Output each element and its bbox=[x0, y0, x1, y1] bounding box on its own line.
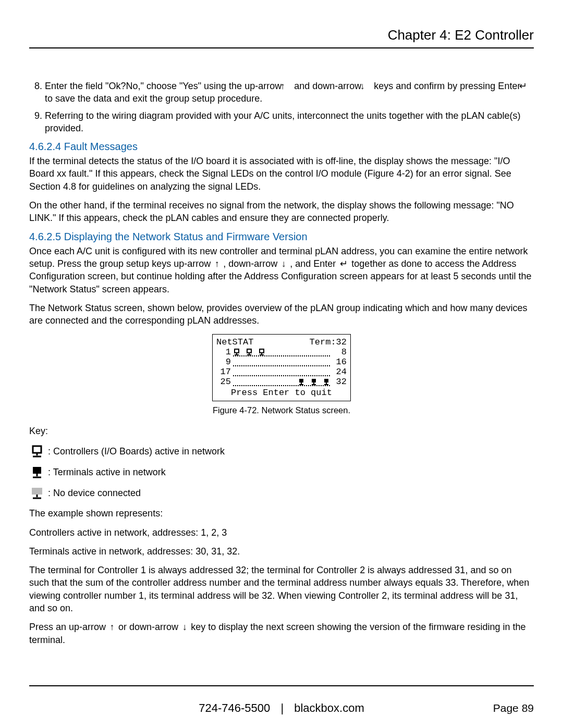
up-arrow-icon: ↑ bbox=[213, 257, 221, 270]
divider-bottom bbox=[29, 685, 534, 686]
press-a: Press an up-arrow bbox=[29, 622, 108, 632]
down-arrow-icon: ↓ bbox=[280, 257, 287, 270]
fig-row-mid bbox=[233, 377, 330, 387]
svg-rect-6 bbox=[260, 349, 264, 353]
fig-header-right: Term:32 bbox=[310, 337, 347, 348]
terminal-icon bbox=[323, 376, 330, 386]
fig-row-right: 16 bbox=[332, 357, 347, 367]
example-terminals: Terminals active in network, addresses: … bbox=[29, 545, 534, 558]
svg-rect-0 bbox=[235, 349, 239, 353]
divider-top bbox=[29, 47, 534, 48]
footer-phone: 724-746-5500 bbox=[199, 701, 270, 714]
figure-caption: Figure 4-72. Network Status screen. bbox=[29, 405, 534, 415]
press-arrow-paragraph: Press an up-arrow ↑ or down-arrow ↓ key … bbox=[29, 621, 534, 646]
network-paragraph-1: Once each A/C unit is configured with it… bbox=[29, 245, 534, 295]
step-8: 8. Enter the field "Ok?No," choose "Yes"… bbox=[29, 80, 534, 105]
key-terminals-label: : Terminals active in network bbox=[48, 467, 166, 478]
example-intro: The example shown represents: bbox=[29, 507, 534, 520]
heading-4-6-2-4: 4.6.2.4 Fault Messages bbox=[29, 141, 534, 153]
controller-icon bbox=[29, 445, 45, 458]
network-status-figure: NetSTAT Term:32 1 bbox=[212, 334, 351, 401]
step-9: 9. Referring to the wiring diagram provi… bbox=[29, 109, 534, 135]
fig-row-1: 1 8 bbox=[216, 347, 347, 357]
page-footer: 724-746-5500 | blackbox.com Page 89 bbox=[29, 701, 534, 715]
press-b: or down-arrow bbox=[118, 622, 181, 632]
fig-row-right: 8 bbox=[332, 347, 347, 357]
up-arrow-icon: ↑ bbox=[284, 80, 291, 92]
down-arrow-icon: ↓ bbox=[364, 80, 371, 92]
fig-row-mid bbox=[233, 357, 330, 367]
step-8-text-b: and down-arrow bbox=[294, 81, 364, 91]
key-label: Key: bbox=[29, 425, 534, 437]
key-controllers-label: : Controllers (I/O Boards) active in net… bbox=[48, 446, 225, 457]
terminal-address-paragraph: The terminal for Controller 1 is always … bbox=[29, 564, 534, 614]
svg-rect-18 bbox=[33, 446, 41, 453]
net1-c: , and Enter bbox=[290, 258, 338, 269]
fig-row-left: 25 bbox=[216, 377, 231, 387]
network-paragraph-2: The Network Status screen, shown below, … bbox=[29, 302, 534, 327]
step-8-text-c: keys and confirm by pressing Enter bbox=[374, 81, 523, 91]
svg-rect-21 bbox=[33, 467, 41, 474]
dotted-line-icon bbox=[233, 365, 330, 366]
terminal-icon bbox=[29, 465, 45, 479]
fig-footer: Press Enter to quit bbox=[216, 388, 347, 398]
key-no-device: : No device connected bbox=[29, 486, 534, 500]
fig-row-right: 24 bbox=[332, 367, 347, 377]
fig-row-left: 1 bbox=[216, 347, 231, 357]
net1-b: , down-arrow bbox=[223, 258, 280, 269]
fig-row-right: 32 bbox=[332, 377, 347, 387]
enter-icon: ↵ bbox=[338, 257, 349, 270]
fig-row-4: 25 32 bbox=[216, 377, 347, 387]
key-no-device-label: : No device connected bbox=[48, 488, 141, 499]
fig-row-left: 9 bbox=[216, 357, 231, 367]
svg-rect-3 bbox=[247, 349, 251, 353]
enter-icon: ↵ bbox=[523, 80, 533, 92]
chapter-title: Chapter 4: E2 Controller bbox=[29, 27, 534, 43]
fig-row-left: 17 bbox=[216, 367, 231, 377]
terminal-icon bbox=[298, 376, 305, 386]
key-controllers: : Controllers (I/O Boards) active in net… bbox=[29, 445, 534, 458]
footer-page-number: Page 89 bbox=[493, 702, 534, 714]
controller-icon bbox=[258, 346, 265, 356]
svg-rect-9 bbox=[299, 379, 303, 382]
down-arrow-icon: ↓ bbox=[181, 621, 188, 633]
heading-4-6-2-5: 4.6.2.5 Displaying the Network Status an… bbox=[29, 231, 534, 243]
svg-rect-15 bbox=[324, 379, 328, 382]
step-8-text-d: to save the data and exit the group setu… bbox=[45, 93, 262, 104]
fig-row-mid bbox=[233, 347, 330, 357]
controller-icon bbox=[246, 346, 253, 356]
footer-separator: | bbox=[280, 701, 284, 714]
no-device-icon bbox=[29, 486, 45, 500]
footer-site: blackbox.com bbox=[294, 701, 364, 714]
fault-paragraph-1: If the terminal detects the status of th… bbox=[29, 155, 534, 193]
terminal-icon bbox=[310, 376, 317, 386]
up-arrow-icon: ↑ bbox=[108, 621, 116, 633]
step-8-text-a: 8. Enter the field "Ok?No," choose "Yes"… bbox=[34, 81, 284, 91]
controller-icon bbox=[233, 346, 240, 356]
example-controllers: Controllers active in network, addresses… bbox=[29, 526, 534, 539]
fig-row-2: 9 16 bbox=[216, 357, 347, 367]
key-terminals: : Terminals active in network bbox=[29, 465, 534, 479]
svg-rect-12 bbox=[312, 379, 316, 382]
svg-rect-24 bbox=[32, 488, 42, 495]
fault-paragraph-2: On the other hand, if the terminal recei… bbox=[29, 199, 534, 225]
